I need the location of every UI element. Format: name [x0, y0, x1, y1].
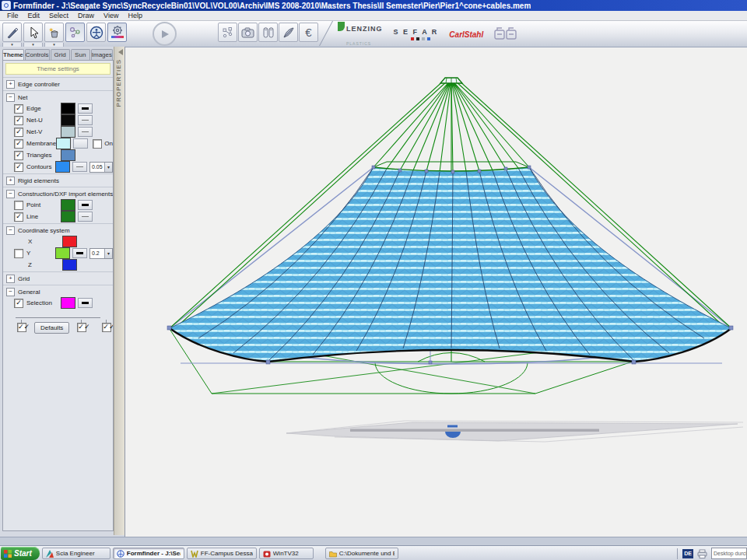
- menu-edit[interactable]: Edit: [23, 12, 45, 19]
- net-u-linestyle-button[interactable]: [78, 115, 93, 125]
- relax-molecule-button[interactable]: [65, 23, 85, 42]
- tab-sun[interactable]: Sun: [71, 49, 90, 60]
- selection-color-swatch[interactable]: [61, 297, 75, 309]
- net-v-linestyle-button[interactable]: [78, 127, 93, 137]
- menu-help[interactable]: Help: [123, 12, 147, 19]
- chevron-down-icon[interactable]: ▾: [104, 249, 112, 258]
- menu-view[interactable]: View: [99, 12, 123, 19]
- membrane-style-button[interactable]: [73, 138, 88, 149]
- title-bar[interactable]: Formfinder - J:\Seagate Sync\SyncRecycle…: [0, 0, 747, 11]
- selection-label: Selection: [26, 299, 61, 306]
- edge-checkbox[interactable]: [14, 104, 23, 114]
- net-v-label: Net-V: [26, 128, 61, 135]
- language-indicator[interactable]: DE: [682, 549, 693, 558]
- feather-icon: [282, 26, 295, 39]
- properties-collapse-strip[interactable]: PROPERTIES: [114, 47, 124, 535]
- tab-grid[interactable]: Grid: [51, 49, 70, 60]
- section-rigid-elements: Rigid elements: [3, 173, 113, 187]
- collapse-construction[interactable]: [6, 190, 15, 198]
- sefar-logo: S E F A R: [394, 28, 439, 40]
- task-ff-campus[interactable]: FF-Campus Dessau Scre...: [187, 548, 257, 559]
- triangles-checkbox[interactable]: [14, 151, 23, 160]
- collapse-net[interactable]: [6, 93, 15, 102]
- chevron-down-icon[interactable]: ▾: [104, 163, 112, 172]
- desktop-search-input[interactable]: Desktop durchs: [711, 548, 747, 559]
- fill-bucket-button[interactable]: [44, 23, 64, 42]
- collapse-left-icon[interactable]: [118, 49, 123, 55]
- material-rolls-button[interactable]: [258, 23, 278, 42]
- axis-y-checkbox[interactable]: [14, 249, 23, 258]
- expand-rigid-elements[interactable]: [6, 177, 15, 185]
- expand-edge-controller[interactable]: [6, 80, 15, 89]
- cone-membrane-model: [125, 47, 747, 537]
- camera-icon: [241, 27, 254, 38]
- axis-y-color-swatch[interactable]: [55, 247, 70, 259]
- collapse-general[interactable]: [6, 288, 15, 296]
- feather-pen-button[interactable]: [279, 23, 298, 42]
- line-checkbox[interactable]: [14, 212, 23, 222]
- menu-file[interactable]: File: [2, 12, 23, 19]
- expand-grid[interactable]: [6, 275, 15, 283]
- contours-color-swatch[interactable]: [55, 161, 70, 173]
- axis-size-dropdown[interactable]: 0.2▾: [89, 248, 113, 259]
- point-style-button[interactable]: [78, 200, 93, 210]
- line-color-swatch[interactable]: [61, 211, 75, 222]
- membrane-checkbox[interactable]: [14, 139, 23, 149]
- edge-linestyle-button[interactable]: [78, 103, 93, 114]
- menu-select[interactable]: Select: [44, 12, 73, 19]
- tab-images[interactable]: Images: [91, 49, 113, 60]
- tab-controls[interactable]: Controls: [25, 49, 50, 60]
- start-button[interactable]: Start: [1, 547, 40, 560]
- mannequin-button[interactable]: [86, 23, 106, 42]
- printer-icon[interactable]: [696, 549, 708, 558]
- contours-checkbox[interactable]: [14, 163, 23, 172]
- net-u-checkbox[interactable]: [14, 116, 23, 125]
- membrane-label: Membrane: [26, 140, 56, 147]
- line-style-button[interactable]: [78, 212, 93, 222]
- row-point: Point: [3, 199, 113, 211]
- row-axis-z: Z: [3, 259, 113, 271]
- point-color-swatch[interactable]: [61, 199, 75, 211]
- collapse-coordinate-system[interactable]: [6, 226, 15, 235]
- selection-checkbox[interactable]: [14, 299, 23, 308]
- axis-x-color-swatch[interactable]: [62, 236, 77, 247]
- axis-z-color-swatch[interactable]: [62, 259, 77, 271]
- net-u-color-swatch[interactable]: [61, 114, 75, 126]
- defaults-checkbox-2[interactable]: ✓: [77, 323, 86, 332]
- contours-label: Contours: [26, 163, 55, 170]
- defaults-checkbox-1[interactable]: ✓: [17, 323, 26, 332]
- tab-theme[interactable]: Theme: [2, 49, 24, 60]
- task-wintv32[interactable]: WinTV32: [259, 548, 314, 559]
- task-explorer-folder[interactable]: C:\Dokumente und Einst...: [325, 548, 398, 559]
- lenzing-text: LENZING: [346, 25, 383, 33]
- theme-settings-banner: Theme settings: [5, 63, 110, 75]
- camera-button[interactable]: [238, 23, 258, 42]
- contours-linestyle-button[interactable]: [72, 162, 87, 172]
- membrane-on-checkbox[interactable]: [93, 139, 102, 149]
- section-net: Net Edge Net-U Net-V: [3, 90, 113, 173]
- menu-draw[interactable]: Draw: [73, 12, 99, 19]
- draw-pencil-button[interactable]: [2, 23, 22, 42]
- defaults-checkbox-3[interactable]: ✓: [102, 323, 111, 332]
- net-v-checkbox[interactable]: [14, 128, 23, 137]
- defaults-button[interactable]: Defaults: [34, 322, 69, 334]
- point-checkbox[interactable]: [14, 201, 23, 210]
- section-coordinate-system: Coordinate system X Y 0.2▾ Z: [3, 223, 113, 271]
- membrane-color-swatch[interactable]: [56, 138, 71, 149]
- task-scia-engineer[interactable]: Scia Engineer: [42, 548, 110, 559]
- selection-style-button[interactable]: [78, 298, 93, 308]
- net-v-color-swatch[interactable]: [61, 126, 75, 138]
- edge-color-swatch[interactable]: [61, 103, 75, 114]
- nodes-button[interactable]: [218, 23, 237, 42]
- select-cursor-button[interactable]: [23, 23, 43, 42]
- play-button[interactable]: [153, 22, 177, 46]
- window-title: Formfinder - J:\Seagate Sync\SyncRecycle…: [13, 2, 531, 10]
- task-formfinder[interactable]: Formfinder - J:\Seaga...: [113, 548, 184, 559]
- theme-gear-button[interactable]: [107, 23, 127, 42]
- toolbar-separator: [314, 21, 338, 46]
- model-viewport[interactable]: [125, 47, 747, 537]
- contours-spacing-dropdown[interactable]: 0.05▾: [89, 162, 113, 173]
- triangles-color-swatch[interactable]: [61, 149, 75, 161]
- axis-x-label: X: [28, 238, 62, 245]
- axis-linestyle-button[interactable]: [72, 248, 87, 258]
